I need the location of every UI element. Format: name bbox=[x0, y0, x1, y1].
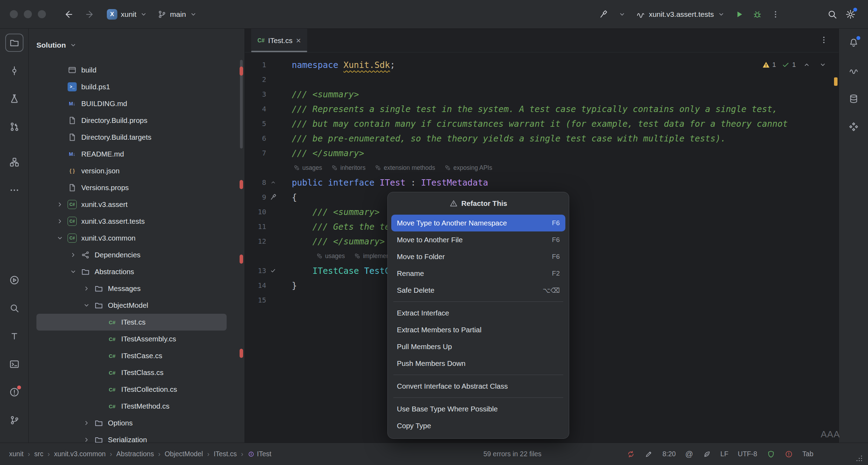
tree-item-building-md[interactable]: M↓BUILDING.md bbox=[36, 95, 227, 112]
code-vision-inheritors[interactable]: inheritors bbox=[332, 164, 365, 172]
project-widget[interactable]: X xunit bbox=[102, 5, 152, 24]
code-line[interactable]: 5/// but may contain many if circumstanc… bbox=[245, 116, 839, 131]
more-actions-button[interactable] bbox=[766, 5, 785, 23]
menu-item-copy-type[interactable]: Copy Type bbox=[391, 417, 565, 434]
dependencies-diagram-icon[interactable] bbox=[845, 118, 863, 136]
breadcrumb-abstractions[interactable]: Abstractions bbox=[116, 450, 154, 458]
back-button[interactable] bbox=[58, 5, 78, 24]
tree-item-xunit-v3-common[interactable]: C#xunit.v3.common bbox=[36, 230, 227, 247]
menu-item-pull-members-up[interactable]: Pull Members Up bbox=[391, 338, 565, 355]
menu-item-safe-delete[interactable]: Safe Delete⌥⌫ bbox=[391, 282, 565, 299]
tree-item-xunit-v3-assert-tests[interactable]: C#xunit.v3.assert.tests bbox=[36, 213, 227, 230]
at-icon[interactable]: @ bbox=[685, 450, 693, 459]
problems-icon[interactable] bbox=[5, 383, 23, 401]
tree-item-objectmodel[interactable]: ObjectModel bbox=[36, 297, 227, 314]
line-separator[interactable]: LF bbox=[721, 450, 729, 458]
todo-icon[interactable] bbox=[5, 327, 23, 345]
tree-item-directory-build-targets[interactable]: Directory.Build.targets bbox=[36, 129, 227, 146]
menu-item-use-base-type-where-possible[interactable]: Use Base Type Where Possible bbox=[391, 401, 565, 417]
menu-item-move-to-folder[interactable]: Move to FolderF6 bbox=[391, 248, 565, 265]
implementations-icon[interactable] bbox=[266, 267, 292, 274]
tree-item-itestclass-cs[interactable]: C#ITestClass.cs bbox=[36, 364, 227, 381]
code-analysis-icon[interactable] bbox=[627, 450, 635, 458]
file-encoding[interactable]: UTF-8 bbox=[738, 450, 757, 458]
code-line[interactable]: 7/// </summary> bbox=[245, 146, 839, 160]
chevron-right-icon[interactable] bbox=[80, 280, 93, 297]
next-problem-button[interactable] bbox=[818, 60, 828, 70]
code-line[interactable]: 2 bbox=[245, 72, 839, 87]
code-vision-implemen[interactable]: implemen bbox=[354, 252, 390, 260]
breadcrumb-itest-cs[interactable]: ITest.cs bbox=[214, 450, 237, 458]
panel-header[interactable]: Solution bbox=[29, 29, 244, 62]
ok-count[interactable]: 1 bbox=[781, 61, 796, 69]
error-summary[interactable]: 59 errors in 22 files bbox=[483, 450, 542, 458]
menu-item-move-type-to-another-namespace[interactable]: Move Type to Another NamespaceF6 bbox=[391, 215, 565, 231]
breadcrumb-itest[interactable]: ITest bbox=[248, 450, 271, 458]
database-icon[interactable] bbox=[845, 90, 863, 108]
notifications-icon[interactable] bbox=[845, 34, 863, 52]
search-tool-icon[interactable] bbox=[5, 299, 23, 317]
tree-item-xunit-v3-assert[interactable]: C#xunit.v3.assert bbox=[36, 196, 227, 213]
build-button[interactable] bbox=[595, 5, 613, 23]
terminal-icon[interactable] bbox=[5, 355, 23, 373]
run-icon[interactable] bbox=[5, 271, 23, 289]
breadcrumb-objectmodel[interactable]: ObjectModel bbox=[165, 450, 203, 458]
code-vision-extension-methods[interactable]: extension methods bbox=[375, 164, 435, 172]
chevron-down-icon[interactable] bbox=[53, 230, 67, 247]
code-line[interactable]: 8public interface ITest : ITestMetadata bbox=[245, 175, 839, 190]
version-control-icon[interactable] bbox=[5, 411, 23, 429]
run-button[interactable] bbox=[730, 5, 748, 23]
tree-item-versions-props[interactable]: Versions.props bbox=[36, 179, 227, 196]
chevron-right-icon[interactable] bbox=[80, 415, 93, 431]
search-everywhere-button[interactable] bbox=[823, 5, 841, 23]
code-line[interactable]: 3/// <summary> bbox=[245, 87, 839, 102]
tree-item-version-json[interactable]: { }version.json bbox=[36, 162, 227, 179]
debug-button[interactable] bbox=[748, 5, 766, 23]
breadcrumb-src[interactable]: src bbox=[34, 450, 43, 458]
tree-item-itestcollection-cs[interactable]: C#ITestCollection.cs bbox=[36, 381, 227, 398]
tree-item-dependencies[interactable]: Dependencies bbox=[36, 247, 227, 263]
prev-problem-button[interactable] bbox=[801, 60, 812, 70]
tree-item-serialization[interactable]: Serialization bbox=[36, 431, 227, 443]
solution-explorer-icon[interactable] bbox=[5, 34, 23, 52]
alert-icon[interactable] bbox=[785, 450, 793, 458]
branch-widget[interactable]: main bbox=[152, 5, 202, 24]
tree-item-messages[interactable]: Messages bbox=[36, 280, 227, 297]
breadcrumb-xunit[interactable]: xunit bbox=[9, 450, 23, 458]
structure-icon[interactable] bbox=[5, 153, 23, 171]
run-configuration-widget[interactable]: xunit.v3.assert.tests bbox=[631, 5, 730, 24]
menu-item-push-members-down[interactable]: Push Members Down bbox=[391, 355, 565, 372]
chevron-right-icon[interactable] bbox=[53, 213, 67, 230]
tree-item-build-ps1[interactable]: >_build.ps1 bbox=[36, 78, 227, 95]
breadcrumb-xunit-v3-common[interactable]: xunit.v3.common bbox=[54, 450, 105, 458]
tree-item-itestmethod-cs[interactable]: C#ITestMethod.cs bbox=[36, 398, 227, 415]
settings-button[interactable] bbox=[841, 5, 860, 23]
chevron-down-icon[interactable] bbox=[67, 263, 80, 280]
menu-item-extract-interface[interactable]: Extract Interface bbox=[391, 305, 565, 321]
tab-close-icon[interactable]: × bbox=[296, 36, 301, 45]
zoom-button[interactable] bbox=[38, 10, 46, 18]
indent-style[interactable]: Tab bbox=[802, 450, 813, 458]
tree-item-itestassembly-cs[interactable]: C#ITestAssembly.cs bbox=[36, 331, 227, 347]
chevron-right-icon[interactable] bbox=[80, 431, 93, 443]
menu-item-extract-members-to-partial[interactable]: Extract Members to Partial bbox=[391, 321, 565, 338]
code-vision-usages[interactable]: usages bbox=[317, 252, 345, 260]
code-vision-exposing-APIs[interactable]: exposing APIs bbox=[445, 164, 492, 172]
tree-item-readme-md[interactable]: M↓README.md bbox=[36, 146, 227, 162]
code-line[interactable]: 6/// be pre-enumerated, so the theory yi… bbox=[245, 131, 839, 146]
menu-item-move-to-another-file[interactable]: Move to Another FileF6 bbox=[391, 231, 565, 248]
quick-fix-hammer-icon[interactable] bbox=[266, 193, 292, 201]
build-options-button[interactable] bbox=[613, 5, 631, 23]
more-tool-windows-icon[interactable] bbox=[5, 181, 23, 199]
chevron-right-icon[interactable] bbox=[67, 247, 80, 263]
tree-item-build[interactable]: build bbox=[36, 62, 227, 78]
security-shield-icon[interactable] bbox=[767, 450, 775, 458]
leaf-icon[interactable] bbox=[703, 450, 711, 458]
code-vision-usages[interactable]: usages bbox=[294, 164, 322, 172]
fold-icon[interactable] bbox=[266, 179, 292, 186]
chevron-right-icon[interactable] bbox=[53, 196, 67, 213]
resize-grip[interactable] bbox=[855, 454, 864, 463]
tree-item-itestcase-cs[interactable]: C#ITestCase.cs bbox=[36, 347, 227, 364]
pull-requests-icon[interactable] bbox=[5, 118, 23, 136]
chevron-down-icon[interactable] bbox=[80, 297, 93, 314]
